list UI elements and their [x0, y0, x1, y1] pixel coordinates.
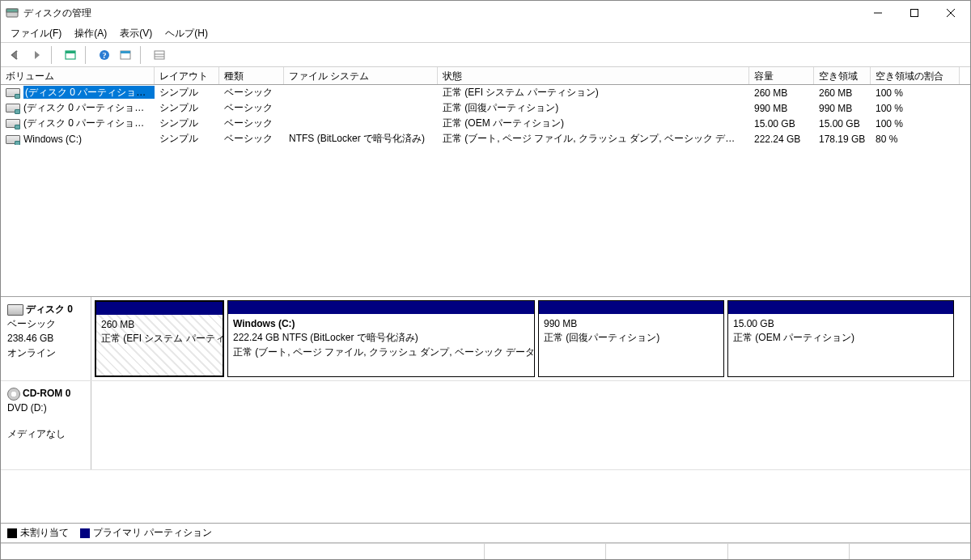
close-button[interactable]: [932, 1, 969, 25]
partition-size: 222.24 GB NTFS (BitLocker で暗号化済み): [233, 331, 529, 345]
disk-state: メディアなし: [7, 426, 84, 441]
disk-title: ディスク 0: [26, 303, 73, 315]
volume-pct: 100 %: [871, 87, 960, 99]
back-button[interactable]: [6, 45, 25, 65]
column-header-pct[interactable]: 空き領域の割合: [871, 67, 960, 84]
window-buttons: [859, 1, 969, 25]
forward-button[interactable]: [27, 45, 46, 65]
volume-name: (ディスク 0 パーティション 4): [23, 102, 155, 113]
statusbar-cell: [484, 544, 605, 559]
disk-info[interactable]: ディスク 0ベーシック238.46 GBオンライン: [1, 297, 91, 380]
settings-button[interactable]: [116, 45, 135, 65]
list-button[interactable]: [150, 45, 169, 65]
partition[interactable]: 990 MB正常 (回復パーティション): [538, 300, 724, 377]
volume-pct: 100 %: [871, 118, 960, 129]
column-header-capacity[interactable]: 容量: [749, 67, 814, 84]
svg-rect-3: [910, 10, 918, 17]
volume-type: ベーシック: [219, 132, 284, 146]
disk-type: DVD (D:): [7, 401, 84, 415]
volume-capacity: 990 MB: [749, 103, 814, 114]
menubar: ファイル(F) 操作(A) 表示(V) ヘルプ(H): [1, 25, 970, 43]
legend-primary: プライマリ パーティション: [80, 526, 212, 540]
volume-name: (ディスク 0 パーティション 1): [23, 86, 155, 99]
volume-capacity: 222.24 GB: [749, 134, 814, 145]
volume-row[interactable]: (ディスク 0 パーティション 1)シンプルベーシック正常 (EFI システム …: [1, 85, 970, 100]
disk-info[interactable]: CD-ROM 0DVD (D:)メディアなし: [1, 381, 91, 469]
statusbar-cell: [727, 544, 849, 559]
partition-header: [228, 301, 534, 314]
menu-view[interactable]: 表示(V): [113, 25, 159, 42]
legend-label-primary: プライマリ パーティション: [93, 527, 212, 538]
volume-capacity: 15.00 GB: [749, 118, 814, 129]
volume-status: 正常 (OEM パーティション): [438, 117, 749, 130]
titlebar: ディスクの管理: [1, 1, 970, 25]
volume-name: Windows (C:): [23, 134, 82, 145]
disk-row: ディスク 0ベーシック238.46 GBオンライン260 MB正常 (EFI シ…: [1, 297, 970, 381]
partition[interactable]: 260 MB正常 (EFI システム パーティション): [95, 300, 224, 377]
volume-layout: シンプル: [155, 132, 219, 146]
column-header-layout[interactable]: レイアウト: [155, 67, 219, 84]
minimize-button[interactable]: [859, 1, 896, 25]
column-header-free[interactable]: 空き領域: [814, 67, 871, 84]
column-header-status[interactable]: 状態: [438, 67, 749, 84]
volume-layout: シンプル: [155, 117, 219, 130]
menu-help[interactable]: ヘルプ(H): [159, 25, 214, 42]
statusbar-cell: [1, 544, 484, 559]
volume-type: ベーシック: [219, 101, 284, 115]
disk-title: CD-ROM 0: [23, 388, 70, 399]
menu-action[interactable]: 操作(A): [68, 25, 113, 42]
help-button[interactable]: ?: [95, 45, 114, 65]
statusbar-cell: [605, 544, 727, 559]
volume-icon: [6, 119, 20, 128]
partition-status: 正常 (OEM パーティション): [733, 331, 948, 345]
volume-list-body[interactable]: (ディスク 0 パーティション 1)シンプルベーシック正常 (EFI システム …: [1, 85, 970, 296]
volume-type: ベーシック: [219, 86, 284, 100]
volume-status: 正常 (EFI システム パーティション): [438, 86, 749, 100]
volume-name: (ディスク 0 パーティション 5): [23, 117, 155, 129]
partition-status: 正常 (ブート, ページ ファイル, クラッシュ ダンプ, ベーシック データ …: [233, 346, 529, 359]
menu-file[interactable]: ファイル(F): [4, 25, 68, 42]
svg-rect-11: [121, 51, 130, 53]
legend-unallocated: 未割り当て: [7, 526, 69, 540]
partition[interactable]: 15.00 GB正常 (OEM パーティション): [727, 300, 954, 377]
volume-icon: [6, 135, 20, 144]
svg-rect-7: [66, 51, 75, 53]
column-header-type[interactable]: 種類: [219, 67, 284, 84]
refresh-button[interactable]: [61, 45, 80, 65]
app-icon: [6, 6, 19, 19]
volume-icon: [6, 88, 20, 97]
volume-row[interactable]: (ディスク 0 パーティション 4)シンプルベーシック正常 (回復パーティション…: [1, 100, 970, 116]
disk-type: ベーシック: [7, 316, 84, 331]
volume-layout: シンプル: [155, 101, 219, 115]
statusbar: [1, 543, 970, 559]
svg-rect-12: [155, 51, 164, 59]
volume-list: ボリューム レイアウト 種類 ファイル システム 状態 容量 空き領域 空き領域…: [1, 67, 970, 297]
volume-free: 178.19 GB: [814, 134, 871, 145]
volume-icon: [6, 104, 20, 112]
volume-status: 正常 (ブート, ページ ファイル, クラッシュ ダンプ, ベーシック データ …: [438, 132, 749, 146]
volume-row[interactable]: (ディスク 0 パーティション 5)シンプルベーシック正常 (OEM パーティシ…: [1, 116, 970, 131]
legend-swatch-primary: [80, 528, 90, 538]
volume-row[interactable]: Windows (C:)シンプルベーシックNTFS (BitLocker で暗号…: [1, 131, 970, 146]
partition-header: [539, 301, 723, 314]
toolbar-separator: [85, 46, 90, 64]
column-header-volume[interactable]: ボリューム: [1, 67, 155, 84]
legend-swatch-unallocated: [7, 528, 17, 538]
disk-row: CD-ROM 0DVD (D:)メディアなし: [1, 381, 970, 470]
volume-list-header: ボリューム レイアウト 種類 ファイル システム 状態 容量 空き領域 空き領域…: [1, 67, 970, 85]
maximize-button[interactable]: [896, 1, 932, 25]
legend: 未割り当て プライマリ パーティション: [1, 524, 970, 543]
volume-status: 正常 (回復パーティション): [438, 101, 749, 115]
column-header-filesystem[interactable]: ファイル システム: [284, 67, 438, 84]
partition-size: 260 MB: [101, 318, 218, 332]
partition-title: Windows (C:): [233, 317, 529, 331]
disk-icon: [7, 304, 23, 316]
partition-header: [728, 301, 953, 314]
partition-container: [91, 381, 970, 469]
legend-label-unallocated: 未割り当て: [20, 527, 69, 538]
volume-pct: 100 %: [871, 103, 960, 114]
cd-icon: [7, 388, 20, 401]
partition-header: [96, 302, 223, 315]
partition[interactable]: Windows (C:)222.24 GB NTFS (BitLocker で暗…: [227, 300, 535, 377]
partition-status: 正常 (EFI システム パーティション): [101, 332, 218, 346]
